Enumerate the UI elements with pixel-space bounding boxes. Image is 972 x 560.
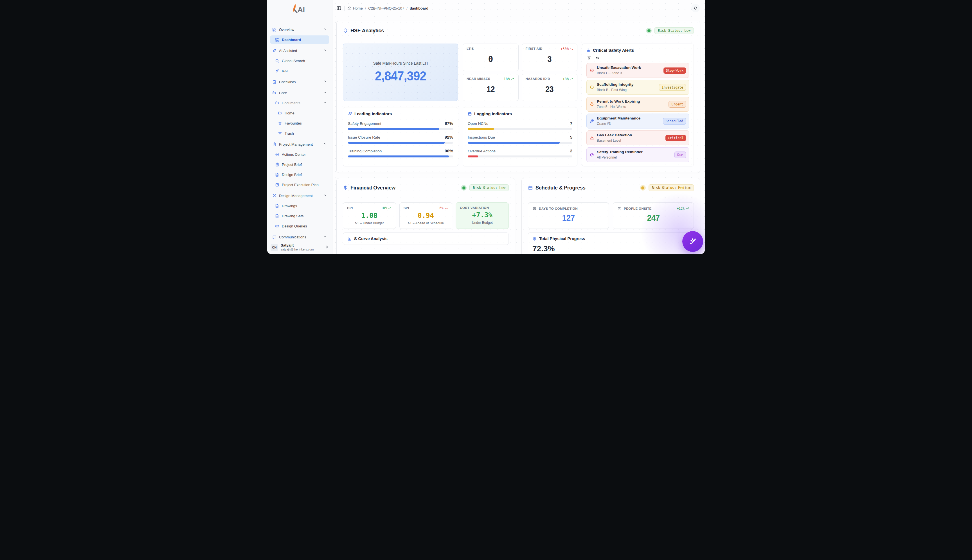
ai-assistant-fab[interactable] [682,231,703,252]
sort-button[interactable] [595,56,600,60]
metric-trend: +8% [381,206,392,210]
alert-item[interactable]: Permit to Work ExpiringZone 5 - Hot Work… [586,97,689,112]
chevron-down-icon [324,193,327,198]
trending-down-icon [570,47,573,51]
total-physical-progress-section: Total Physical Progress 72.3% [528,232,694,254]
sidebar-item-kai[interactable]: KAI [270,67,329,75]
sidebar-item-checklists[interactable]: Checklists [270,78,329,86]
metric-trend: -6% [438,206,448,210]
sidebar-item-drawing-sets[interactable]: Drawing Sets [270,212,329,220]
sidebar-item-global-search[interactable]: Global Search [270,57,329,65]
alert-title: Unsafe Excavation Work [597,65,641,70]
dollar-icon [343,185,348,190]
topbar: Home / C2B-INF-PNQ-25-107 / dashboard [332,0,705,16]
sidebar-item-label: Documents [282,101,301,105]
folder-open-icon [278,111,282,115]
avatar: CN [271,244,278,251]
sidebar-item-favourites[interactable]: Favourites [270,119,329,127]
alert-title: Equipment Maintenance [597,116,640,121]
trending-down-icon [444,206,448,210]
sidebar-item-trash[interactable]: Trash [270,129,329,137]
chevron-down-icon [324,48,327,53]
sidebar-item-label: Drawing Sets [282,214,304,218]
panel-title: Financial Overview [351,185,396,191]
trending-up-icon [388,206,392,210]
sidebar-item-project-brief[interactable]: Project Brief [270,160,329,169]
sidebar-item-ai-assisted[interactable]: AI Assisted [270,47,329,55]
metric-value: 247 [647,213,660,223]
notifications-button[interactable] [691,4,700,12]
indicator-row: Issue Closure Rate92% [348,135,453,144]
sidebar-item-label: Home [285,111,294,115]
safe-man-hours-value: 2,847,392 [375,68,426,83]
sidebar-item-label: Design Brief [282,173,302,177]
metric-value: 127 [562,213,575,223]
design-tools-icon [272,194,276,198]
alert-title: Scaffolding Integrity [597,82,634,87]
sidebar-item-label: Project Management [279,142,313,147]
sidebar-item-project-management[interactable]: Project Management [270,140,329,148]
progress-bar [468,142,572,144]
alert-location: Block B - East Wing [597,88,626,92]
breadcrumb-current: dashboard [410,6,428,10]
kpi-value: 23 [545,85,553,94]
alert-location: Basement Level [597,138,621,143]
alert-triangle-icon [586,48,591,52]
indicator-row: Overdue Actions2 [468,148,572,157]
indicator-row: Inspections Due5 [468,135,572,144]
sidebar-item-actions-center[interactable]: Actions Center [270,150,329,158]
alert-item[interactable]: Unsafe Excavation WorkBlock C - Zone 3 S… [586,63,689,78]
sidebar-item-design-management[interactable]: Design Management [270,192,329,200]
section-title: S-Curve Analysis [354,237,387,241]
breadcrumb-project[interactable]: C2B-INF-PNQ-25-107 [368,6,404,10]
alert-item[interactable]: Safety Training ReminderAll Personnel Du… [586,147,689,162]
metric-label: SPI [404,206,409,210]
sidebar-item-project-execution-plan[interactable]: Project Execution Plan [270,180,329,189]
sidebar-item-documents[interactable]: Documents [270,99,329,107]
panel-title: Schedule & Progress [536,185,586,191]
indicator-row: Safety Engagement87% [348,121,453,130]
alert-item[interactable]: Scaffolding IntegrityBlock B - East Wing… [586,80,689,95]
hse-kpi-grid: LTIS 0 FIRST AID +50% 3 [463,43,578,101]
app-window: AI Overview Dashboard AI Assisted Global… [267,0,705,254]
users-icon [348,112,352,116]
sidebar-item-home[interactable]: Home [270,109,329,117]
breadcrumb-separator: / [365,6,366,10]
dashboard-content: HSE Analytics Risk Status: Low Safe Man-… [332,16,705,254]
alert-circle-icon [590,85,594,89]
user-menu[interactable]: CN Satyajit satyajit@the-inkers.com [267,241,332,254]
people-onsite-card: PEOPLE ONSITE +12% 247 [613,202,694,229]
funnel-icon [587,56,591,60]
indicator-row: Open NCNs7 [468,121,572,130]
main-area: Home / C2B-INF-PNQ-25-107 / dashboard HS… [332,0,705,254]
kpi-trend: +50% [561,47,573,51]
panel-title: HSE Analytics [351,28,384,34]
sidebar-item-design-queries[interactable]: Design Queries [270,222,329,230]
grid-icon [272,28,276,32]
chevron-down-icon [324,90,327,95]
sidebar-item-overview[interactable]: Overview [270,25,329,34]
alert-badge: Investigate [659,84,686,91]
alert-badge: Scheduled [663,118,686,125]
sidebar-item-communications[interactable]: Communications [270,233,329,241]
sidebar-item-drawings[interactable]: Drawings [270,202,329,210]
kpi-near-misses: NEAR MISSES -18% 12 [463,74,519,101]
alert-title: Safety Training Reminder [597,150,643,155]
sidebar-toggle-button[interactable] [336,6,341,11]
filter-button[interactable] [587,56,591,60]
financial-overview-panel: Financial Overview Risk Status: Low CPI … [336,178,515,254]
sidebar-item-label: Project Execution Plan [282,183,319,187]
safe-man-hours-label: Safe Man-Hours Since Last LTI [373,61,428,65]
sidebar-item-core[interactable]: Core [270,88,329,97]
kpi-value: 3 [548,55,551,64]
critical-safety-alerts-panel: Critical Safety Alerts Unsafe Excavation… [582,43,694,167]
sidebar-item-label: Trash [285,131,294,135]
alert-item[interactable]: Equipment MaintenanceCrane #3 Scheduled [586,113,689,128]
breadcrumb-home[interactable]: Home [347,6,363,10]
metric-value: 0.94 [404,212,448,220]
sidebar-item-design-brief[interactable]: Design Brief [270,170,329,179]
sidebar-item-label: KAI [282,69,288,73]
sidebar-item-dashboard[interactable]: Dashboard [270,35,329,44]
message-square-icon [272,235,276,239]
alert-item[interactable]: Gas Leak DetectionBasement Level Critica… [586,130,689,145]
